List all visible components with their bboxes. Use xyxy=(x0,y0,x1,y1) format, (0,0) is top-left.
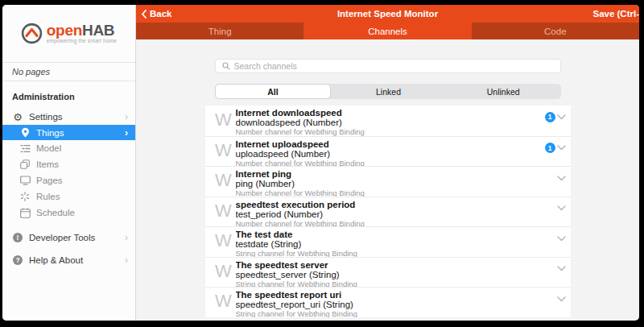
brand-tagline: empowering the smart home xyxy=(47,38,117,43)
openhab-logo: openHAB empowering the smart home xyxy=(21,23,117,44)
sidebar-item-model[interactable]: Model xyxy=(2,140,135,156)
help-about-icon: ? xyxy=(12,255,23,265)
tools-group: ! Developer Tools › ? Help & About › xyxy=(2,230,135,275)
linked-count-badge: 1 xyxy=(545,112,555,122)
channel-meta: 1 xyxy=(545,111,566,122)
sidebar-item-developer-tools[interactable]: ! Developer Tools › xyxy=(2,230,135,246)
channel-description: String channel for Webthing Binding xyxy=(236,280,357,288)
chevron-down-icon[interactable] xyxy=(557,145,566,151)
sidebar-item-label: Help & About xyxy=(29,255,83,265)
channel-id: testdate (String) xyxy=(236,239,357,249)
channel-title: Internet uploadspeed xyxy=(236,139,365,149)
channel-letter-icon: W xyxy=(213,232,234,251)
channel-text: Internet downloadspeed downloadspeed (Nu… xyxy=(236,106,365,136)
channel-description: Number channel for Webthing Binding xyxy=(236,128,365,136)
filter-all[interactable]: All xyxy=(215,84,332,99)
channel-meta xyxy=(557,172,566,184)
channel-row[interactable]: W Internet uploadspeed uploadspeed (Numb… xyxy=(205,136,571,167)
sidebar-item-settings[interactable]: ⚙ Settings › xyxy=(2,109,135,125)
channel-row[interactable]: W Internet downloadspeed downloadspeed (… xyxy=(205,106,571,136)
tab-bar: Thing Channels Code xyxy=(136,23,639,39)
channel-title: Internet ping xyxy=(236,169,365,179)
top-navbar: Back Internet Speed Monitor Save (Ctrl- xyxy=(136,5,639,23)
openhab-logo-icon xyxy=(21,23,43,44)
sidebar-item-label: Settings xyxy=(29,112,63,122)
chevron-right-icon: › xyxy=(125,233,128,242)
channel-letter-icon: W xyxy=(213,172,234,191)
developer-tools-icon: ! xyxy=(12,233,23,242)
sidebar-item-items[interactable]: Items xyxy=(2,156,135,172)
pages-display-icon xyxy=(19,176,31,185)
main-panel: Back Internet Speed Monitor Save (Ctrl- … xyxy=(136,5,639,321)
filter-unlinked[interactable]: Unlinked xyxy=(446,84,561,99)
channel-description: String channel for Webthing Binding xyxy=(236,250,357,257)
chevron-right-icon: › xyxy=(125,112,128,122)
channel-description: Number channel for Webthing Binding xyxy=(236,159,365,167)
channel-row[interactable]: W The speedtest server speedtest_server … xyxy=(205,257,571,288)
back-button-label: Back xyxy=(150,9,172,19)
items-copy-icon xyxy=(19,159,31,169)
sidebar-item-label: Pages xyxy=(36,176,63,185)
sidebar-item-things[interactable]: Things › xyxy=(2,125,135,140)
channel-letter-icon: W xyxy=(213,263,234,282)
gear-icon: ⚙ xyxy=(12,112,23,122)
channel-meta xyxy=(557,293,566,304)
chevron-down-icon[interactable] xyxy=(557,176,566,181)
sidebar-item-label: Schedule xyxy=(36,208,75,217)
location-pin-icon xyxy=(19,127,31,138)
tab-thing[interactable]: Thing xyxy=(136,23,303,39)
administration-section-title: Administration xyxy=(2,92,135,101)
filter-linked[interactable]: Linked xyxy=(331,84,446,99)
sidebar-item-label: Items xyxy=(36,159,59,169)
channel-text: Internet ping ping (Number) Number chann… xyxy=(236,167,365,197)
channel-text: speedtest execution period test_period (… xyxy=(236,197,365,227)
channel-id: uploadspeed (Number) xyxy=(236,149,365,159)
channel-row[interactable]: W speedtest execution period test_period… xyxy=(205,197,571,227)
content-area: Search channels All Linked Unlinked W In… xyxy=(136,39,639,321)
channel-meta xyxy=(557,263,566,275)
no-pages-label: No pages xyxy=(2,63,135,81)
chevron-down-icon[interactable] xyxy=(557,205,566,211)
channel-description: String channel for Webthing Binding xyxy=(236,310,357,317)
brand-open: open xyxy=(47,22,82,39)
sidebar-item-pages[interactable]: Pages xyxy=(2,172,135,188)
back-button[interactable]: Back xyxy=(142,9,172,19)
channel-description: Number channel for Webthing Binding xyxy=(236,220,365,227)
chevron-right-icon: › xyxy=(125,255,128,265)
sidebar-item-schedule[interactable]: Schedule xyxy=(2,205,135,221)
logo-block: openHAB empowering the smart home xyxy=(2,5,135,63)
tab-code[interactable]: Code xyxy=(472,23,639,39)
channel-row[interactable]: W The speedtest report uri speedtest_rep… xyxy=(205,287,571,317)
chevron-down-icon[interactable] xyxy=(557,266,566,271)
channel-row[interactable]: W The test date testdate (String) String… xyxy=(205,226,571,257)
channel-id: ping (Number) xyxy=(236,179,365,188)
channel-id: downloadspeed (Number) xyxy=(236,118,365,127)
channel-text: The speedtest report uri speedtest_repor… xyxy=(236,288,357,317)
channel-id: speedtest_report_uri (String) xyxy=(236,300,357,309)
rules-sparkle-icon xyxy=(19,192,31,201)
app-window: openHAB empowering the smart home No pag… xyxy=(2,5,639,321)
channel-letter-icon: W xyxy=(213,292,234,312)
chevron-left-icon xyxy=(142,10,147,19)
channel-title: The test date xyxy=(236,230,357,239)
tab-channels[interactable]: Channels xyxy=(303,23,471,39)
search-placeholder: Search channels xyxy=(234,61,297,71)
channel-row[interactable]: W Internet ping ping (Number) Number cha… xyxy=(205,166,571,197)
sidebar-item-rules[interactable]: Rules xyxy=(2,188,135,205)
channel-letter-icon: W xyxy=(213,111,234,130)
linked-count-badge: 1 xyxy=(545,143,555,153)
save-button[interactable]: Save (Ctrl- xyxy=(592,9,639,19)
filter-segmented-control: All Linked Unlinked xyxy=(215,84,561,99)
search-icon xyxy=(222,62,230,70)
channel-meta: 1 xyxy=(545,143,566,154)
channel-meta xyxy=(557,203,566,214)
page-title: Internet Speed Monitor xyxy=(337,9,438,19)
channel-title: Internet downloadspeed xyxy=(236,108,365,118)
search-input[interactable]: Search channels xyxy=(215,59,561,73)
channel-title: speedtest execution period xyxy=(236,200,365,209)
chevron-down-icon[interactable] xyxy=(557,236,566,242)
sidebar-item-help-about[interactable]: ? Help & About › xyxy=(2,252,135,268)
sidebar-item-label: Rules xyxy=(36,192,60,201)
chevron-down-icon[interactable] xyxy=(557,296,566,302)
chevron-down-icon[interactable] xyxy=(557,114,566,120)
